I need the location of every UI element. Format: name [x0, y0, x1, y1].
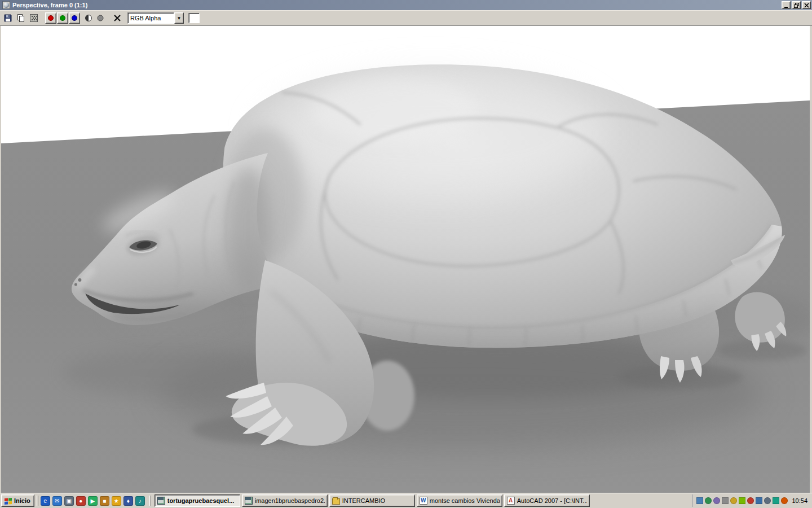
volume-icon[interactable] [764, 497, 771, 504]
network-icon[interactable] [756, 497, 762, 504]
autocad-icon: A [507, 497, 515, 505]
task-button-imagen[interactable]: imagen1bpruebaspedro2... [242, 494, 328, 507]
minimize-icon [784, 3, 789, 8]
blue-channel-button[interactable] [69, 12, 80, 24]
taskbar: Inicio e ✉ ▣ ● ▶ ■ ★ ♦ ♪ tortugapruebaes… [0, 493, 812, 508]
battery-icon[interactable] [781, 497, 788, 504]
green-channel-button[interactable] [57, 12, 68, 24]
render-toolbar: RGB Alpha ▼ [0, 10, 812, 26]
alpha-channel-icon [85, 14, 92, 22]
update-icon[interactable] [730, 497, 737, 504]
dropdown-arrow-icon[interactable]: ▼ [174, 12, 184, 24]
channel-display-value: RGB Alpha [127, 12, 174, 24]
window-title: Perspective, frame 0 (1:1) [12, 2, 780, 8]
clone-icon [29, 14, 38, 23]
winamp-icon[interactable]: ★ [112, 496, 121, 506]
media-player-icon[interactable]: ● [76, 496, 86, 506]
close-button[interactable] [802, 1, 811, 9]
floppy-icon [3, 14, 12, 23]
titlebar: Perspective, frame 0 (1:1) [0, 0, 812, 10]
copy-image-button[interactable] [15, 12, 27, 24]
folder-icon [332, 498, 340, 505]
word-icon: W [420, 497, 427, 505]
close-icon [804, 3, 809, 8]
firewall-icon[interactable] [747, 497, 754, 504]
blue-channel-icon [71, 15, 78, 21]
restore-icon [794, 3, 799, 8]
toolbar-grip[interactable] [37, 496, 38, 506]
task-button-word-doc[interactable]: W montse cambios Vivienda... [417, 494, 502, 507]
clear-button[interactable] [111, 12, 123, 24]
clear-x-icon [113, 14, 121, 22]
task-button-intercambio[interactable]: INTERCAMBIO [329, 494, 415, 507]
internet-explorer-icon[interactable]: e [41, 496, 50, 506]
scanner-icon[interactable] [773, 497, 779, 504]
mail-icon[interactable]: ♦ [123, 496, 133, 506]
quick-launch: e ✉ ▣ ● ▶ ■ ★ ♦ ♪ [41, 496, 147, 506]
clone-window-button[interactable] [28, 12, 40, 24]
rendered-frame [1, 26, 810, 493]
red-channel-icon [47, 15, 54, 21]
clock: 10:54 [792, 497, 807, 504]
background-color-swatch[interactable] [188, 13, 200, 23]
render-viewport [0, 26, 812, 493]
antivirus-icon[interactable] [705, 497, 712, 504]
monochrome-button[interactable] [95, 12, 106, 24]
explorer-icon[interactable]: ■ [100, 496, 109, 506]
restore-button[interactable] [792, 1, 801, 9]
alpha-channel-button[interactable] [83, 12, 94, 24]
start-button[interactable]: Inicio [1, 494, 34, 507]
render-window-icon [245, 497, 253, 505]
task-button-tortuga[interactable]: tortugapruebaesquel... [155, 494, 240, 507]
copy-icon [16, 14, 25, 23]
start-label: Inicio [14, 497, 30, 504]
outlook-express-icon[interactable]: ✉ [52, 496, 62, 506]
save-bitmap-button[interactable] [2, 12, 14, 24]
system-tray: 10:54 [692, 494, 811, 507]
minimize-button[interactable] [782, 1, 791, 9]
task-buttons: tortugapruebaesquel... imagen1bpruebaspe… [155, 494, 590, 507]
tasks-grip[interactable] [149, 496, 151, 506]
task-button-autocad[interactable]: A AutoCAD 2007 - [C:\INT... [504, 494, 590, 507]
display-settings-icon[interactable] [696, 497, 703, 504]
render-window-icon [157, 497, 165, 505]
printer-icon[interactable] [722, 497, 729, 504]
messenger-tray-icon[interactable] [713, 497, 720, 504]
show-desktop-icon[interactable]: ▣ [64, 496, 74, 506]
monochrome-icon [96, 14, 104, 22]
graphics-driver-icon[interactable] [739, 497, 745, 504]
app-icon [2, 1, 10, 9]
windows-logo-icon [4, 497, 12, 505]
messenger-icon[interactable]: ▶ [88, 496, 98, 506]
red-channel-button[interactable] [45, 12, 56, 24]
channel-display-dropdown[interactable]: RGB Alpha ▼ [127, 12, 184, 24]
music-icon[interactable]: ♪ [135, 496, 145, 506]
green-channel-icon [59, 15, 66, 21]
